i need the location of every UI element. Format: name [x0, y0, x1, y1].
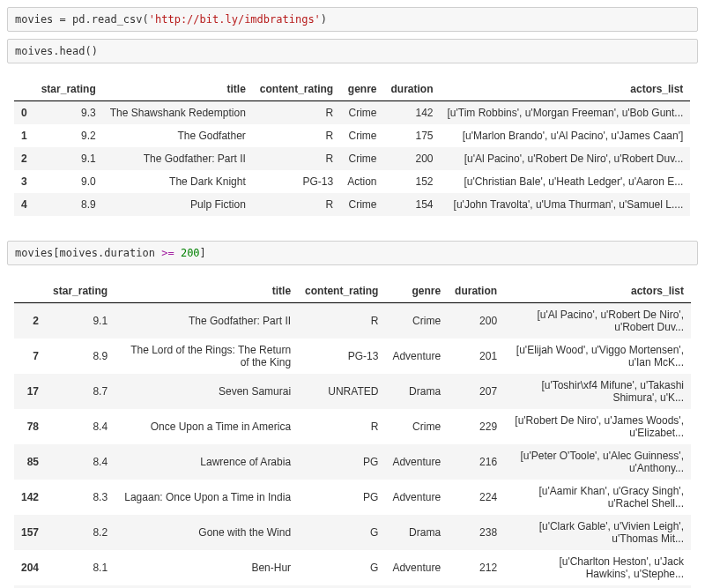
table-cell: 8.9: [34, 193, 103, 216]
table-cell: Drama: [385, 374, 448, 409]
table-cell: Crime: [385, 303, 448, 339]
table-cell: 201: [448, 339, 504, 374]
table-cell: [u'Al Pacino', u'Robert De Niro', u'Robe…: [441, 147, 691, 170]
column-header: title: [115, 279, 298, 303]
table-cell: Adventure: [385, 550, 448, 585]
table-cell: PG: [298, 444, 385, 480]
row-index: 1: [14, 124, 34, 147]
table-cell: R: [253, 193, 340, 216]
code-token: ): [321, 13, 327, 26]
table-cell: 175: [384, 124, 441, 147]
table-cell: G: [298, 550, 385, 585]
code-cell-1[interactable]: movies = pd.read_csv('http://bit.ly/imdb…: [7, 7, 698, 32]
code-token: movies: [15, 13, 53, 26]
code-token: .: [53, 45, 59, 57]
code-cell-3[interactable]: movies[moives.duration >= 200]: [7, 241, 698, 265]
table-cell: [u'Marlon Brando', u'Al Pacino', u'James…: [441, 124, 691, 147]
table-cell: R: [253, 101, 340, 125]
code-token: moives: [60, 247, 98, 259]
table-cell: [u'Peter O'Toole', u'Alec Guinness', u'A…: [504, 444, 691, 480]
table-cell: [u'Aamir Khan', u'Gracy Singh', u'Rachel…: [504, 480, 691, 515]
code-token: ]: [200, 247, 206, 259]
table-cell: [u'Toshir\xf4 Mifune', u'Takashi Shimura…: [504, 374, 691, 409]
table-cell: Drama: [385, 515, 448, 550]
table-cell: [u'Clark Gable', u'Vivien Leigh', u'Thom…: [504, 515, 691, 550]
code-token: movies: [15, 247, 53, 259]
row-index: 17: [14, 374, 46, 409]
code-token: duration: [104, 247, 155, 259]
table-cell: Gone with the Wind: [115, 515, 298, 550]
table-cell: [u'Christian Bale', u'Heath Ledger', u'A…: [441, 170, 691, 193]
column-header: content_rating: [298, 279, 385, 303]
table-row: 858.4Lawrence of ArabiaPGAdventure216[u'…: [14, 444, 691, 480]
table-cell: Lawrence of Arabia: [115, 444, 298, 480]
table-cell: UNRATED: [298, 374, 385, 409]
code-token: [174, 247, 181, 259]
table-cell: Adventure: [385, 339, 448, 374]
code-token: (: [143, 13, 149, 26]
table-cell: 9.1: [46, 303, 115, 339]
table-cell: 152: [384, 170, 441, 193]
row-index: 157: [14, 515, 46, 550]
table-cell: Crime: [340, 193, 383, 216]
row-index: 7: [14, 339, 46, 374]
table-cell: Crime: [340, 124, 383, 147]
table-cell: 8.2: [46, 515, 115, 550]
table-cell: R: [298, 409, 385, 444]
table-cell: R: [253, 147, 340, 170]
row-index: 3: [14, 170, 34, 193]
table-cell: 8.4: [46, 444, 115, 480]
table-cell: 8.7: [46, 374, 115, 409]
table-cell: Pulp Fiction: [103, 193, 253, 216]
table-cell: PG-13: [298, 339, 385, 374]
code-token: =: [53, 13, 72, 26]
table-cell: Seven Samurai: [115, 374, 298, 409]
table-cell: [u'Robert De Niro', u'James Woods', u'El…: [504, 409, 691, 444]
table-row: 29.1The Godfather: Part IIRCrime200[u'Al…: [14, 147, 690, 170]
table-cell: Adventure: [385, 444, 448, 480]
table-cell: 9.1: [34, 147, 103, 170]
table-cell: Adventure: [385, 480, 448, 515]
table-cell: 8.1: [46, 550, 115, 585]
table-cell: The Godfather: Part II: [103, 147, 253, 170]
table-row: 29.1The Godfather: Part IIRCrime200[u'Al…: [14, 303, 691, 339]
column-header: actors_list: [441, 78, 691, 101]
table-row: 2048.1Ben-HurGAdventure212[u'Charlton He…: [14, 550, 691, 585]
code-token: .: [85, 13, 92, 26]
row-index: 0: [14, 101, 34, 125]
table-cell: The Lord of the Rings: The Return of the…: [115, 339, 298, 374]
code-token: pd: [72, 13, 85, 26]
row-index: 2: [14, 147, 34, 170]
column-header: actors_list: [504, 279, 691, 303]
table-cell: Crime: [340, 101, 383, 125]
column-header: star_rating: [46, 279, 115, 303]
table-cell: 200: [448, 303, 504, 339]
column-header-index: [14, 78, 34, 101]
code-cell-2[interactable]: moives.head(): [7, 39, 698, 63]
code-token: ): [92, 45, 98, 57]
table-cell: Once Upon a Time in America: [115, 409, 298, 444]
table-cell: [u'Al Pacino', u'Robert De Niro', u'Robe…: [504, 303, 691, 339]
row-index: 85: [14, 444, 46, 480]
row-index: 78: [14, 409, 46, 444]
code-token: >=: [161, 247, 174, 259]
row-index: 142: [14, 480, 46, 515]
table-row: 788.4Once Upon a Time in AmericaRCrime22…: [14, 409, 691, 444]
table-row: 1578.2Gone with the WindGDrama238[u'Clar…: [14, 515, 691, 550]
table-cell: 9.2: [34, 124, 103, 147]
table-cell: [u'Charlton Heston', u'Jack Hawkins', u'…: [504, 550, 691, 585]
table-row: 39.0The Dark KnightPG-13Action152[u'Chri…: [14, 170, 690, 193]
table-cell: Lagaan: Once Upon a Time in India: [115, 480, 298, 515]
dataframe-head: star_ratingtitlecontent_ratinggenredurat…: [14, 78, 690, 216]
code-token: (: [85, 45, 92, 57]
column-header: content_rating: [253, 78, 340, 101]
row-index: 4: [14, 193, 34, 216]
table-cell: 200: [384, 147, 441, 170]
table-cell: 216: [448, 444, 504, 480]
table-cell: 212: [448, 550, 504, 585]
table-cell: [u'Tim Robbins', u'Morgan Freeman', u'Bo…: [441, 101, 691, 125]
table-cell: The Godfather: Part II: [115, 303, 298, 339]
table-cell: G: [298, 515, 385, 550]
table-row: 1428.3Lagaan: Once Upon a Time in IndiaP…: [14, 480, 691, 515]
table-cell: 154: [384, 193, 441, 216]
